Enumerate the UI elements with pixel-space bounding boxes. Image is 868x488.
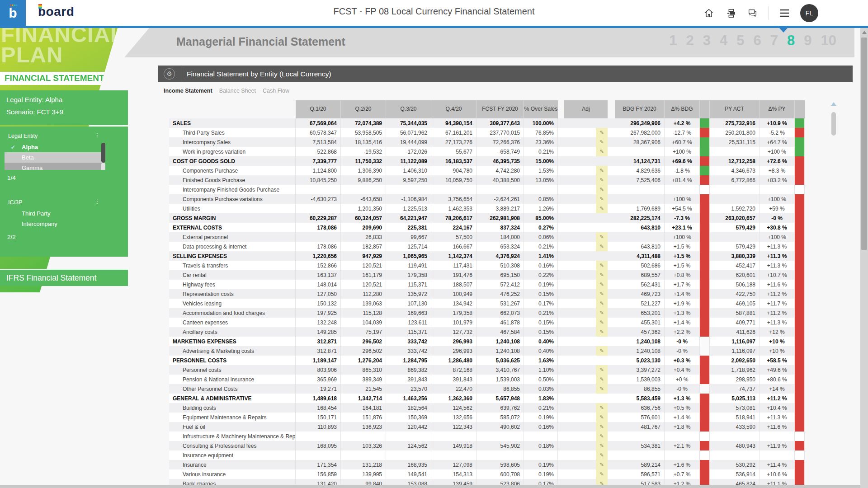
adj-cell[interactable] — [564, 346, 596, 356]
selector2-kebab-icon[interactable]: ⋮ — [94, 199, 100, 206]
edit-pencil-icon[interactable]: ✎ — [596, 147, 608, 156]
selector1-kebab-icon[interactable]: ⋮ — [94, 133, 100, 139]
avatar[interactable]: FL — [800, 4, 818, 22]
table-row[interactable]: Highway fees148,014120,521115,371188,507… — [169, 280, 805, 289]
edit-pencil-icon[interactable]: ✎ — [596, 128, 608, 137]
adj-cell[interactable] — [564, 156, 596, 166]
adj-cell[interactable] — [564, 223, 596, 232]
adj-cell[interactable] — [564, 213, 596, 223]
table-row[interactable]: Components Purchase variations-4,630,273… — [169, 194, 805, 204]
table-scrollbar[interactable] — [831, 102, 836, 483]
adj-cell[interactable] — [564, 175, 596, 185]
table-row[interactable]: Accommodation and food charges197,925115… — [169, 308, 805, 318]
adj-cell[interactable] — [564, 375, 596, 384]
column-header-q4[interactable]: Q.4/20 — [431, 100, 476, 118]
edit-pencil-icon[interactable]: ✎ — [596, 175, 608, 185]
entity-list-scrollbar[interactable] — [101, 143, 105, 163]
list-item-alpha[interactable]: ✓ Alpha — [0, 142, 128, 152]
adj-cell[interactable] — [564, 413, 596, 422]
adj-cell[interactable] — [564, 308, 596, 318]
table-row[interactable]: Consulting & Professional fees168,095103… — [169, 441, 805, 450]
edit-pencil-icon[interactable]: ✎ — [596, 460, 608, 469]
table-row[interactable]: Utilities1,201,3501,225,5131,462,3533,88… — [169, 204, 805, 213]
edit-pencil-icon[interactable]: ✎ — [596, 479, 608, 485]
table-row[interactable]: Infrustructure & Machinery Maintenance &… — [169, 432, 805, 441]
adj-cell[interactable] — [564, 450, 596, 460]
list-item-gamma[interactable]: Gamma — [5, 163, 103, 170]
column-header-q2[interactable]: Q.2/20 — [341, 100, 386, 118]
edit-pencil-icon[interactable]: ✎ — [596, 185, 608, 194]
table-row[interactable]: Work in progress variation-522,868-19,53… — [169, 147, 805, 156]
table-row[interactable]: External personnel26,83399,66757,500184,… — [169, 232, 805, 242]
adj-cell[interactable] — [564, 384, 596, 394]
adj-cell[interactable] — [564, 469, 596, 479]
table-scroll-thumb[interactable] — [831, 112, 836, 136]
table-row[interactable]: Ancillary costs149,28575,197115,371127,7… — [169, 327, 805, 337]
table-row[interactable]: Personnel costs803,906865,310869,382872,… — [169, 365, 805, 375]
table-row[interactable]: Insurance equipment✎ — [169, 450, 805, 460]
adj-cell[interactable] — [564, 403, 596, 413]
adj-cell[interactable] — [564, 337, 596, 346]
chat-icon[interactable] — [746, 7, 758, 19]
edit-pencil-icon[interactable]: ✎ — [596, 270, 608, 280]
edit-pencil-icon[interactable]: ✎ — [596, 403, 608, 413]
column-header-q5[interactable]: FCST FY 2020 — [476, 100, 524, 118]
tab-balance-sheet[interactable]: Balance Sheet — [219, 88, 256, 94]
table-row[interactable]: Vehicles leasing150,132139,063107,130134… — [169, 299, 805, 308]
adj-cell[interactable] — [564, 128, 596, 137]
edit-pencil-icon[interactable]: ✎ — [596, 346, 608, 356]
table-row[interactable]: Components Purchase1,124,8001,306,3901,4… — [169, 166, 805, 175]
adj-cell[interactable] — [564, 147, 596, 156]
adj-cell[interactable] — [564, 270, 596, 280]
adj-cell[interactable] — [564, 204, 596, 213]
column-header-pyact[interactable]: PY ACT — [710, 100, 760, 118]
table-row[interactable]: Other Personnel Costs19,27121,54523,5702… — [169, 384, 805, 394]
scroll-up-icon[interactable] — [831, 102, 836, 106]
adj-cell[interactable] — [564, 194, 596, 204]
column-header-bdg[interactable]: BDG FY 2020 — [615, 100, 665, 118]
table-row[interactable]: Car rental163,137161,179179,358191,47669… — [169, 270, 805, 280]
menu-icon[interactable] — [778, 7, 790, 19]
edit-pencil-icon[interactable]: ✎ — [596, 299, 608, 308]
column-header-pct[interactable]: % Over Sales — [524, 100, 558, 118]
table-row[interactable]: Intercompany Finished Goods Purchase✎ — [169, 185, 805, 194]
table-row[interactable]: PERSONNEL COSTS1,189,1471,276,2041,284,7… — [169, 356, 805, 365]
table-row[interactable]: Data processing & internet178,086182,857… — [169, 242, 805, 251]
edit-pencil-icon[interactable]: ✎ — [596, 432, 608, 441]
edit-pencil-icon[interactable]: ✎ — [596, 469, 608, 479]
edit-pencil-icon[interactable]: ✎ — [596, 422, 608, 432]
column-header-dpy[interactable]: Δ% PY — [760, 100, 795, 118]
list-item-third-party[interactable]: Third Party — [0, 208, 128, 219]
table-row[interactable]: Pension & National Insurance365,969389,3… — [169, 375, 805, 384]
table-row[interactable]: GENERAL & ADMINISTRATIVE1,489,6181,342,7… — [169, 394, 805, 403]
table-row[interactable]: COST OF GOODS SOLD7,339,77711,750,33211,… — [169, 156, 805, 166]
table-row[interactable]: Equipment Maintenance & Repairs150,17115… — [169, 413, 805, 422]
column-header-adj[interactable]: Adj — [564, 100, 608, 118]
edit-pencil-icon[interactable]: ✎ — [596, 327, 608, 337]
edit-pencil-icon[interactable]: ✎ — [596, 204, 608, 213]
table-row[interactable]: Finished Goods Purchase10,845,2509,886,2… — [169, 175, 805, 185]
table-row[interactable]: Building costs168,454164,181182,564124,5… — [169, 403, 805, 413]
edit-pencil-icon[interactable]: ✎ — [596, 318, 608, 327]
table-row[interactable]: Intercompany Sales7,513,58418,135,41619,… — [169, 137, 805, 147]
adj-cell[interactable] — [564, 166, 596, 175]
adj-cell[interactable] — [564, 232, 596, 242]
table-row[interactable]: Representation costs127,050112,280135,97… — [169, 289, 805, 299]
adj-cell[interactable] — [564, 289, 596, 299]
table-row[interactable]: Insurance171,354131,218168,935127,098598… — [169, 460, 805, 469]
tab-cash-flow[interactable]: Cash Flow — [263, 88, 289, 94]
page-vertical-scrollbar[interactable] — [860, 28, 868, 488]
adj-cell[interactable] — [564, 261, 596, 270]
adj-cell[interactable] — [564, 137, 596, 147]
adj-cell[interactable] — [564, 242, 596, 251]
adj-cell[interactable] — [564, 365, 596, 375]
table-row[interactable]: Bank charges131,42099,840153,088139,4595… — [169, 479, 805, 485]
page-horizontal-scrollbar[interactable] — [0, 485, 860, 488]
table-row[interactable]: Travels & transfers152,866120,521119,491… — [169, 261, 805, 270]
edit-pencil-icon[interactable]: ✎ — [596, 375, 608, 384]
adj-cell[interactable] — [564, 318, 596, 327]
list-item-beta[interactable]: Beta — [5, 152, 103, 163]
edit-pencil-icon[interactable]: ✎ — [596, 232, 608, 242]
edit-pencil-icon[interactable]: ✎ — [596, 450, 608, 460]
table-row[interactable]: Fuel & oil110,893136,923120,442122,34349… — [169, 422, 805, 432]
